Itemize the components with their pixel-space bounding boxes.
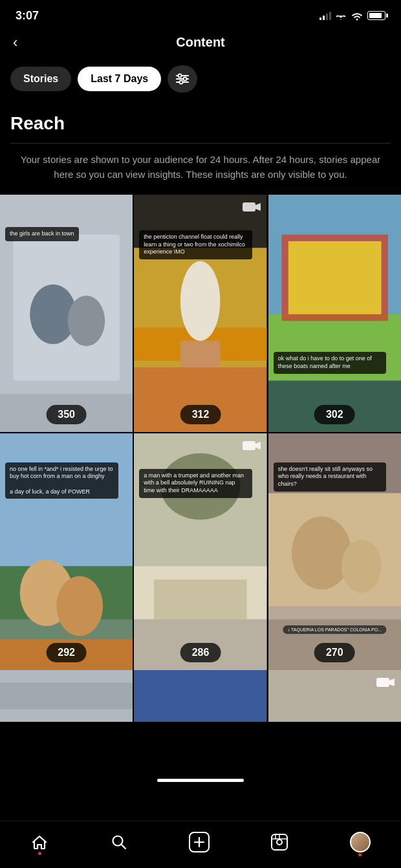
story-caption-6: she doesn't really sit still anyways so …	[274, 462, 387, 492]
svg-rect-47	[0, 683, 133, 710]
story-caption-2: the penticton channel float could really…	[139, 230, 252, 259]
story-location-6: ♪ TAQUERIA LOS PARADOS" COLONIA PO...	[283, 625, 387, 635]
story-cell-5[interactable]: a man with a trumpet and another man wit…	[134, 433, 266, 671]
filter-options-button[interactable]	[168, 65, 197, 92]
signal-icon	[320, 11, 331, 20]
svg-point-2	[179, 74, 182, 78]
svg-point-0	[356, 18, 358, 20]
svg-rect-38	[243, 441, 255, 450]
status-bar: 3:07	[0, 0, 401, 28]
section-title: Reach	[0, 103, 401, 134]
battery-icon	[367, 11, 385, 20]
home-indicator	[157, 779, 244, 782]
partial-cell-3[interactable]	[268, 670, 401, 722]
story-count-2: 312	[180, 405, 221, 424]
nav-create[interactable]	[181, 829, 217, 855]
story-caption-1: the girls are back in town	[5, 227, 79, 241]
svg-rect-18	[243, 202, 255, 212]
svg-rect-51	[376, 678, 389, 687]
reels-icon	[270, 833, 288, 851]
story-count-6: 270	[314, 643, 355, 662]
profile-dot	[358, 853, 362, 856]
story-count-5: 286	[180, 643, 221, 662]
bottom-nav	[0, 821, 401, 868]
story-caption-3: ok what do i have to do to get one of th…	[274, 352, 387, 373]
story-camera-icon-3	[376, 677, 395, 688]
story-camera-icon-2	[243, 201, 261, 213]
profile-avatar	[350, 832, 371, 852]
partial-thumb-2	[134, 670, 266, 722]
svg-point-4	[184, 78, 187, 81]
create-icon	[189, 832, 210, 852]
back-button[interactable]: ‹	[13, 34, 17, 51]
svg-point-30	[56, 576, 103, 635]
svg-marker-19	[255, 203, 261, 211]
svg-point-10	[68, 296, 105, 346]
days-filter-button[interactable]: Last 7 Days	[78, 67, 161, 91]
svg-line-54	[121, 845, 125, 849]
header: ‹ Content	[0, 28, 401, 60]
filter-bar: Stories Last 7 Days	[0, 60, 401, 103]
page-title: Content	[176, 35, 225, 50]
svg-marker-52	[389, 678, 395, 686]
story-cell-3[interactable]: ok what do i have to do to get one of th…	[268, 195, 401, 432]
story-camera-icon-5	[243, 440, 261, 451]
partial-row	[0, 670, 401, 722]
svg-rect-24	[288, 241, 381, 314]
svg-point-6	[180, 81, 183, 84]
partial-thumb-1	[0, 670, 133, 722]
nav-search[interactable]	[102, 830, 136, 854]
story-count-1: 350	[46, 405, 87, 424]
partial-cell-1[interactable]	[0, 670, 133, 722]
svg-rect-36	[154, 580, 247, 620]
story-cell-4[interactable]: no one fell in *and* i resisted the urge…	[0, 433, 133, 671]
reach-info-text: Your stories are shown to your audience …	[0, 153, 401, 195]
svg-rect-27	[0, 433, 133, 566]
divider	[10, 143, 391, 144]
story-count-3: 302	[314, 405, 355, 424]
svg-point-15	[180, 261, 221, 341]
svg-marker-39	[255, 442, 261, 450]
nav-reels[interactable]	[263, 830, 296, 854]
home-dot	[38, 852, 41, 855]
status-icons	[320, 11, 385, 21]
stories-filter-button[interactable]: Stories	[10, 67, 71, 91]
status-time: 3:07	[16, 9, 39, 23]
story-caption-5: a man with a trumpet and another man wit…	[139, 469, 252, 498]
svg-rect-48	[134, 670, 266, 722]
home-icon	[30, 833, 49, 851]
svg-point-59	[277, 840, 282, 845]
story-thumbnail-3	[268, 195, 401, 432]
nav-profile[interactable]	[342, 829, 378, 855]
story-count-4: 292	[46, 643, 87, 662]
story-cell-1[interactable]: the girls are back in town 350	[0, 195, 133, 432]
partial-cell-2[interactable]	[134, 670, 266, 722]
nav-home[interactable]	[23, 830, 56, 854]
story-caption-4: no one fell in *and* i resisted the urge…	[5, 462, 118, 499]
story-cell-6[interactable]: she doesn't really sit still anyways so …	[268, 433, 401, 671]
search-icon	[110, 833, 128, 851]
wifi-icon2	[351, 11, 363, 21]
reach-section: Reach Your stories are shown to your aud…	[0, 103, 401, 195]
story-grid: the girls are back in town 350 the penti…	[0, 195, 401, 670]
wifi-icon	[335, 11, 347, 20]
sliders-icon	[175, 73, 190, 85]
story-cell-2[interactable]: the penticton channel float could really…	[134, 195, 266, 432]
svg-point-43	[341, 539, 382, 592]
svg-point-42	[292, 516, 351, 589]
